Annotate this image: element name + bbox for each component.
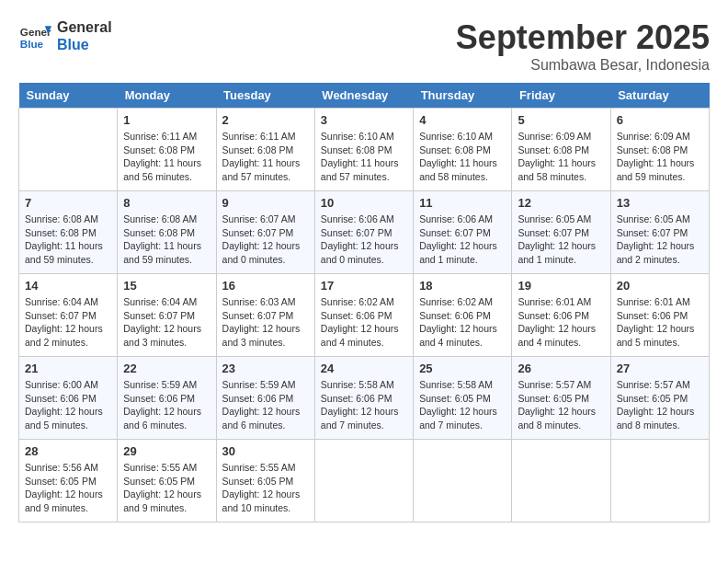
day-info: Sunrise: 6:00 AMSunset: 6:06 PMDaylight:… (25, 378, 111, 432)
day-info: Sunrise: 6:06 AMSunset: 6:07 PMDaylight:… (419, 213, 506, 267)
day-number: 4 (419, 113, 506, 127)
day-number: 24 (321, 362, 407, 375)
calendar-cell: 1Sunrise: 6:11 AMSunset: 6:08 PMDaylight… (118, 109, 216, 191)
day-info: Sunrise: 6:10 AMSunset: 6:08 PMDaylight:… (321, 130, 407, 184)
weekday-header-monday: Monday (118, 83, 216, 109)
calendar-cell: 30Sunrise: 5:55 AMSunset: 6:05 PMDayligh… (216, 440, 314, 523)
calendar-cell (19, 109, 118, 191)
calendar-cell: 26Sunrise: 5:57 AMSunset: 6:05 PMDayligh… (512, 357, 610, 440)
calendar-table: SundayMondayTuesdayWednesdayThursdayFrid… (18, 83, 710, 523)
day-number: 18 (419, 279, 506, 293)
calendar-cell (314, 440, 413, 523)
day-number: 10 (321, 196, 407, 210)
calendar-cell: 4Sunrise: 6:10 AMSunset: 6:08 PMDaylight… (414, 109, 512, 191)
calendar-cell: 23Sunrise: 5:59 AMSunset: 6:06 PMDayligh… (216, 357, 314, 440)
weekday-header-row: SundayMondayTuesdayWednesdayThursdayFrid… (19, 83, 710, 109)
day-number: 8 (123, 196, 210, 210)
day-info: Sunrise: 6:08 AMSunset: 6:08 PMDaylight:… (123, 213, 210, 267)
logo: General Blue General Blue (18, 18, 112, 53)
day-number: 14 (25, 279, 111, 293)
day-info: Sunrise: 5:55 AMSunset: 6:05 PMDaylight:… (123, 461, 210, 515)
day-info: Sunrise: 6:05 AMSunset: 6:07 PMDaylight:… (518, 213, 604, 267)
calendar-cell: 24Sunrise: 5:58 AMSunset: 6:06 PMDayligh… (314, 357, 413, 440)
title-section: September 2025 Sumbawa Besar, Indonesia (456, 18, 710, 74)
calendar-cell: 21Sunrise: 6:00 AMSunset: 6:06 PMDayligh… (19, 357, 118, 440)
day-number: 28 (25, 444, 111, 458)
weekday-header-thursday: Thursday (414, 83, 512, 109)
calendar-cell: 10Sunrise: 6:06 AMSunset: 6:07 PMDayligh… (314, 191, 413, 274)
day-info: Sunrise: 6:10 AMSunset: 6:08 PMDaylight:… (419, 130, 506, 184)
calendar-cell (610, 440, 709, 523)
day-number: 16 (222, 279, 309, 293)
page-header: General Blue General Blue September 2025… (18, 18, 710, 74)
day-info: Sunrise: 6:11 AMSunset: 6:08 PMDaylight:… (123, 130, 210, 184)
day-number: 15 (123, 279, 210, 293)
calendar-cell: 6Sunrise: 6:09 AMSunset: 6:08 PMDaylight… (610, 109, 709, 191)
week-row-3: 14Sunrise: 6:04 AMSunset: 6:07 PMDayligh… (19, 274, 710, 357)
day-info: Sunrise: 6:11 AMSunset: 6:08 PMDaylight:… (222, 130, 309, 184)
calendar-cell: 15Sunrise: 6:04 AMSunset: 6:07 PMDayligh… (118, 274, 216, 357)
calendar-cell: 28Sunrise: 5:56 AMSunset: 6:05 PMDayligh… (19, 440, 118, 523)
calendar-cell: 13Sunrise: 6:05 AMSunset: 6:07 PMDayligh… (610, 191, 709, 274)
day-number: 22 (123, 362, 210, 375)
weekday-header-sunday: Sunday (19, 83, 118, 109)
calendar-cell (414, 440, 512, 523)
day-number: 2 (222, 113, 309, 127)
calendar-cell: 9Sunrise: 6:07 AMSunset: 6:07 PMDaylight… (216, 191, 314, 274)
day-number: 21 (25, 362, 111, 375)
day-number: 5 (518, 113, 604, 127)
day-number: 29 (123, 444, 210, 458)
day-info: Sunrise: 6:09 AMSunset: 6:08 PMDaylight:… (617, 130, 703, 184)
day-info: Sunrise: 6:04 AMSunset: 6:07 PMDaylight:… (123, 295, 210, 350)
calendar-cell: 11Sunrise: 6:06 AMSunset: 6:07 PMDayligh… (414, 191, 512, 274)
day-info: Sunrise: 6:02 AMSunset: 6:06 PMDaylight:… (419, 295, 506, 350)
week-row-5: 28Sunrise: 5:56 AMSunset: 6:05 PMDayligh… (19, 440, 710, 523)
day-info: Sunrise: 6:01 AMSunset: 6:06 PMDaylight:… (518, 295, 604, 350)
day-info: Sunrise: 5:59 AMSunset: 6:06 PMDaylight:… (123, 378, 210, 432)
week-row-1: 1Sunrise: 6:11 AMSunset: 6:08 PMDaylight… (19, 109, 710, 191)
week-row-2: 7Sunrise: 6:08 AMSunset: 6:08 PMDaylight… (19, 191, 710, 274)
day-info: Sunrise: 6:09 AMSunset: 6:08 PMDaylight:… (518, 130, 604, 184)
day-info: Sunrise: 6:03 AMSunset: 6:07 PMDaylight:… (222, 295, 309, 350)
svg-text:Blue: Blue (20, 38, 44, 50)
day-info: Sunrise: 6:01 AMSunset: 6:06 PMDaylight:… (617, 295, 703, 350)
day-info: Sunrise: 6:08 AMSunset: 6:08 PMDaylight:… (25, 213, 111, 267)
calendar-cell: 12Sunrise: 6:05 AMSunset: 6:07 PMDayligh… (512, 191, 610, 274)
day-number: 23 (222, 362, 309, 375)
calendar-cell: 20Sunrise: 6:01 AMSunset: 6:06 PMDayligh… (610, 274, 709, 357)
day-number: 13 (617, 196, 703, 210)
calendar-cell: 14Sunrise: 6:04 AMSunset: 6:07 PMDayligh… (19, 274, 118, 357)
calendar-cell: 22Sunrise: 5:59 AMSunset: 6:06 PMDayligh… (118, 357, 216, 440)
calendar-cell: 27Sunrise: 5:57 AMSunset: 6:05 PMDayligh… (610, 357, 709, 440)
day-number: 26 (518, 362, 604, 375)
day-info: Sunrise: 5:59 AMSunset: 6:06 PMDaylight:… (222, 378, 309, 432)
calendar-cell: 3Sunrise: 6:10 AMSunset: 6:08 PMDaylight… (314, 109, 413, 191)
day-info: Sunrise: 5:57 AMSunset: 6:05 PMDaylight:… (518, 378, 604, 432)
week-row-4: 21Sunrise: 6:00 AMSunset: 6:06 PMDayligh… (19, 357, 710, 440)
day-number: 11 (419, 196, 506, 210)
logo-text-blue: Blue (57, 36, 112, 53)
calendar-cell: 25Sunrise: 5:58 AMSunset: 6:05 PMDayligh… (414, 357, 512, 440)
calendar-cell: 7Sunrise: 6:08 AMSunset: 6:08 PMDaylight… (19, 191, 118, 274)
day-number: 25 (419, 362, 506, 375)
day-number: 1 (123, 113, 210, 127)
logo-text-general: General (57, 18, 112, 36)
calendar-cell: 8Sunrise: 6:08 AMSunset: 6:08 PMDaylight… (118, 191, 216, 274)
day-info: Sunrise: 5:55 AMSunset: 6:05 PMDaylight:… (222, 461, 309, 515)
month-title: September 2025 (456, 18, 710, 57)
day-number: 12 (518, 196, 604, 210)
calendar-cell: 17Sunrise: 6:02 AMSunset: 6:06 PMDayligh… (314, 274, 413, 357)
location-title: Sumbawa Besar, Indonesia (456, 57, 710, 74)
day-info: Sunrise: 5:57 AMSunset: 6:05 PMDaylight:… (617, 378, 703, 432)
logo-icon: General Blue (18, 19, 51, 52)
day-number: 3 (321, 113, 407, 127)
calendar-cell: 2Sunrise: 6:11 AMSunset: 6:08 PMDaylight… (216, 109, 314, 191)
day-number: 27 (617, 362, 703, 375)
calendar-cell: 18Sunrise: 6:02 AMSunset: 6:06 PMDayligh… (414, 274, 512, 357)
calendar-cell (512, 440, 610, 523)
weekday-header-saturday: Saturday (610, 83, 709, 109)
weekday-header-tuesday: Tuesday (216, 83, 314, 109)
day-number: 6 (617, 113, 703, 127)
day-number: 20 (617, 279, 703, 293)
day-info: Sunrise: 6:06 AMSunset: 6:07 PMDaylight:… (321, 213, 407, 267)
